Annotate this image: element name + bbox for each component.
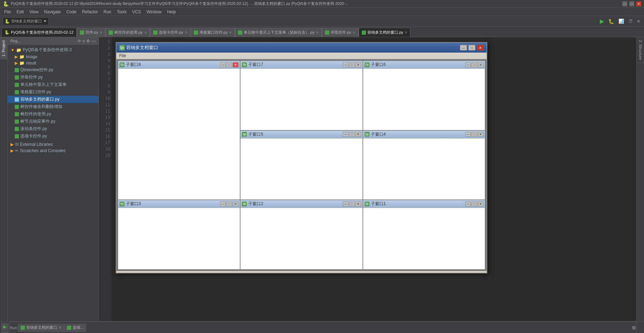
tree-item-tree-use[interactable]: 树控件的使用.py [8,110,99,118]
sub-minimize-3[interactable]: — [220,202,226,206]
sub-minimize-7[interactable]: — [343,62,348,67]
tree-item-scrollbar[interactable]: 滚动条控件.py [8,125,99,132]
mdi-close-button[interactable]: ✕ [477,45,484,50]
tab-tree-use[interactable]: 树控件的使用.py ✕ [106,28,150,37]
tree-item-stack[interactable]: 堆栈窗口控件.py [8,88,99,96]
tab-tree-use-close[interactable]: ✕ [144,30,147,34]
sub-maximize-7[interactable]: □ [349,62,355,67]
sub-minimize-1[interactable]: — [465,202,471,206]
menu-help[interactable]: Help [164,9,179,15]
mdi-minimize-button[interactable]: — [460,45,467,50]
tab-context-menu[interactable]: 单元格中显示上下文菜单（鼠标右击）.py ✕ [235,28,322,37]
collapse-button[interactable]: ≡ [82,39,85,43]
run-tab-mdi-close[interactable]: ✕ [59,326,61,329]
mdi-maximize-button[interactable]: □ [468,45,475,50]
tree-item-qtreeview[interactable]: Qtreeview控件.py [8,66,99,74]
tab-options[interactable]: 选项卡控件.py ✕ [150,28,191,37]
folder-arrow: ▶ [11,148,14,153]
sub-minimize-5[interactable]: — [343,132,348,137]
tab-context-menu-label: 单元格中显示上下文菜单（鼠标右击）.py [244,30,314,35]
sub-content-8 [118,69,240,199]
mdi-menu-file[interactable]: File [119,53,126,58]
tree-item-result[interactable]: ▶ 📁 result [8,60,99,66]
project-tab-vertical[interactable]: 1: Project [0,37,7,59]
tab-stack[interactable]: 堆栈窗口控件.py ✕ [191,28,235,37]
sub-minimize-4[interactable]: — [465,132,471,137]
tree-item-tree-mod[interactable]: 树控件修改和删除增加 [8,103,99,110]
sub-maximize-2[interactable]: □ [349,202,355,206]
maximize-button[interactable]: □ [629,1,634,6]
menu-run[interactable]: Run [101,9,114,15]
tab-mdi-close[interactable]: ✕ [405,30,407,34]
sub-window-6: Qt 子窗口6 — □ ✕ [363,61,485,130]
sub-close-5[interactable]: ✕ [355,132,361,137]
sync-button[interactable]: ⟳ [77,39,81,43]
run-tab-mdi[interactable]: 容纳多文档的窗口 ✕ [18,324,64,332]
sub-maximize-4[interactable]: □ [472,132,477,137]
sub-minimize-6[interactable]: — [465,62,471,67]
sub-maximize-1[interactable]: □ [472,202,477,206]
menu-window[interactable]: Window [144,9,164,15]
tab-mdi-active[interactable]: 容纳多文档的窗口.py ✕ [359,28,411,37]
tab-project[interactable]: 🐍 PyQt5各个复杂控件使用-2020-02-12 [1,28,77,37]
tab-options-close[interactable]: ✕ [185,30,188,34]
run-button[interactable]: ▶ [598,17,605,25]
minimize-panel-button[interactable]: — [91,39,96,43]
sub-minimize-8[interactable]: — [220,62,226,67]
sub-close-2[interactable]: ✕ [355,202,361,206]
tree-item-mdi[interactable]: 容纳多文档的窗口.py [8,96,99,103]
sub-close-6[interactable]: ✕ [478,62,483,67]
sub-content-2 [240,208,362,269]
menu-bar: File Edit View Navigate Code Refactor Ru… [0,8,644,16]
tree-item-tree-event[interactable]: 树节点响应事件.py [8,118,99,125]
more-button[interactable]: ≡ [636,18,641,25]
tree-item-scratches[interactable]: ▶ ✏ Scratches and Consoles [8,148,99,154]
sub-close-8[interactable]: ✕ [233,62,238,67]
tab-controls-close[interactable]: ✕ [100,30,102,34]
sub-close-7[interactable]: ✕ [355,62,361,67]
sub-close-1[interactable]: ✕ [478,202,483,206]
tab-dock-close[interactable]: ✕ [353,30,355,34]
run-tab-options[interactable]: 选项... [64,324,86,332]
tab-context-menu-close[interactable]: ✕ [316,30,319,34]
tab-stack-close[interactable]: ✕ [229,30,232,34]
sub-close-3[interactable]: ✕ [233,202,238,206]
tree-item-image[interactable]: ▶ 📁 image [8,54,99,60]
play-button[interactable]: ▶ [1,323,9,331]
settings-icon[interactable]: ⚙ [86,39,90,43]
tree-item-options[interactable]: 选项卡控件.py [8,132,99,140]
profile-button[interactable]: ⏱ [627,18,634,25]
menu-edit[interactable]: Edit [14,9,27,15]
menu-refactor[interactable]: Refactor [79,9,101,15]
sub-close-4[interactable]: ✕ [478,132,483,137]
tab-dock[interactable]: 停靠控件.py ✕ [322,28,359,37]
sub-maximize-8[interactable]: □ [226,62,232,67]
tree-root[interactable]: ▼ 📁 PyQt5各个复杂控件使用-2 [8,46,99,54]
coverage-button[interactable]: 📊 [617,18,625,25]
sub-maximize-3[interactable]: □ [226,202,232,206]
structure-tab-vertical[interactable]: 2: Structure [637,37,644,63]
tree-item-dock[interactable]: 停靠控件.py [8,74,99,81]
sub-window-7: Qt 子窗口7 — □ ✕ [240,61,362,130]
menu-file[interactable]: File [1,9,14,15]
scroll-up-button[interactable]: ▲ [1,331,9,333]
menu-navigate[interactable]: Navigate [41,9,63,15]
file-icon [15,90,19,94]
tree-item-contextmenu[interactable]: 单元格中显示上下文菜单 [8,81,99,88]
sub-minimize-2[interactable]: — [343,202,348,206]
sub-maximize-6[interactable]: □ [472,62,477,67]
debug-button[interactable]: 🐛 [607,18,616,25]
minimize-button[interactable]: — [622,1,627,6]
menu-code[interactable]: Code [63,9,79,15]
sub-maximize-5[interactable]: □ [349,132,355,137]
close-button[interactable]: ✕ [636,1,641,6]
menu-view[interactable]: View [27,9,41,15]
project-selector-label[interactable]: 容纳多文档的窗口 ▼ [11,19,47,24]
menu-tools[interactable]: Tools [114,9,129,15]
console-settings-button[interactable]: ⚙ [632,325,636,331]
menu-vcs[interactable]: VCS [129,9,144,15]
tree-item-external-libs[interactable]: ▶ III External Libraries [8,141,99,148]
sub-titlebar-1: Qt 子窗口1 — □ ✕ [363,200,485,208]
tab-controls-py[interactable]: 控件.py ✕ [77,28,106,37]
sub-window-3: Qt 子窗口3 — □ ✕ [118,200,240,270]
